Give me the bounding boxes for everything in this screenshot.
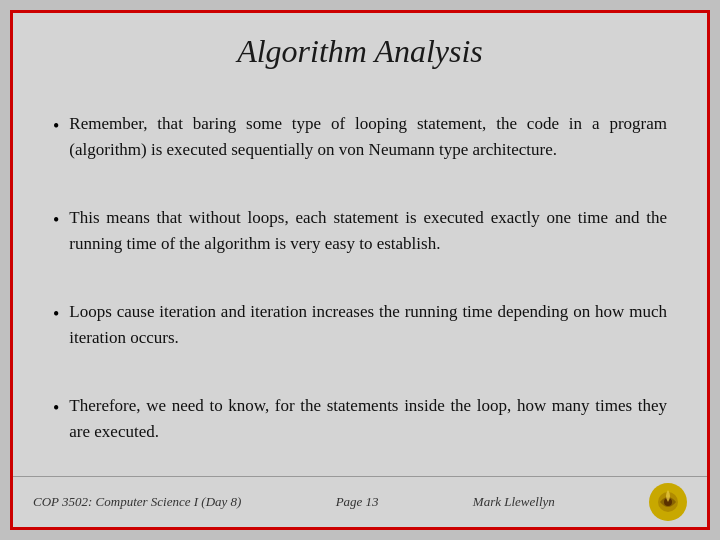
footer-course: COP 3502: Computer Science I (Day 8) [33,494,241,510]
bullet-item-4: • Therefore, we need to know, for the st… [53,387,667,452]
bullet-text-3: Loops cause iteration and iteration incr… [69,299,667,352]
slide-footer: COP 3502: Computer Science I (Day 8) Pag… [13,476,707,527]
bullet-text-4: Therefore, we need to know, for the stat… [69,393,667,446]
slide-content: • Remember, that baring some type of loo… [13,80,707,476]
bullet-dot-3: • [53,301,59,328]
footer-logo [649,483,687,521]
bullet-text-1: Remember, that baring some type of loopi… [69,111,667,164]
bullet-item-2: • This means that without loops, each st… [53,199,667,264]
footer-page: Page 13 [336,494,379,510]
bullet-dot-2: • [53,207,59,234]
slide-container: Algorithm Analysis • Remember, that bari… [10,10,710,530]
bullet-item-1: • Remember, that baring some type of loo… [53,105,667,170]
slide-title: Algorithm Analysis [13,13,707,80]
bullet-dot-1: • [53,113,59,140]
bullet-text-2: This means that without loops, each stat… [69,205,667,258]
bullet-item-3: • Loops cause iteration and iteration in… [53,293,667,358]
bullet-dot-4: • [53,395,59,422]
footer-instructor: Mark Llewellyn [473,494,555,510]
